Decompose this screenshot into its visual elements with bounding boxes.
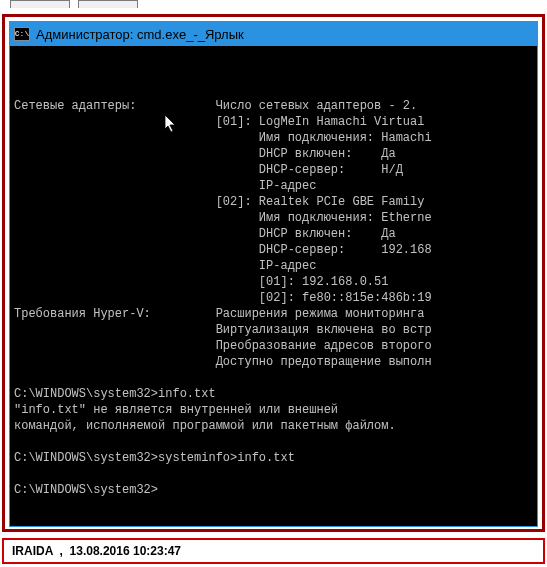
screenshot-frame: C:\ Администратор: cmd.exe_-_Ярлык Сетев… [2, 14, 545, 532]
console-line: Сетевые адаптеры: Число сетевых адаптеро… [14, 98, 537, 114]
console-line: [02]: fe80::815e:486b:19 [14, 290, 537, 306]
console-line: IP-адрес [14, 258, 537, 274]
console-line: Виртуализация включена во встр [14, 322, 537, 338]
console-line: DHCP-сервер: Н/Д [14, 162, 537, 178]
console-line: DHCP-сервер: 192.168 [14, 242, 537, 258]
console-line: DHCP включен: Да [14, 146, 537, 162]
console-line: Имя подключения: Etherne [14, 210, 537, 226]
caption-author: IRAIDA [12, 544, 53, 558]
console-output[interactable]: Сетевые адаптеры: Число сетевых адаптеро… [10, 46, 537, 526]
console-line [14, 466, 537, 482]
caption-time: 10:23:47 [133, 544, 181, 558]
window-title: Администратор: cmd.exe_-_Ярлык [36, 27, 244, 42]
titlebar[interactable]: C:\ Администратор: cmd.exe_-_Ярлык [10, 22, 537, 46]
console-line: C:\WINDOWS\system32>systeminfo>info.txt [14, 450, 537, 466]
cmd-window: C:\ Администратор: cmd.exe_-_Ярлык Сетев… [9, 21, 538, 527]
console-line: командой, исполняемой программой или пак… [14, 418, 537, 434]
console-line: Преобразование адресов второго [14, 338, 537, 354]
caption-date: 13.08.2016 [70, 544, 130, 558]
console-line: IP-адрес [14, 178, 537, 194]
console-line: C:\WINDOWS\system32>info.txt [14, 386, 537, 402]
console-line: C:\WINDOWS\system32> [14, 482, 537, 498]
browser-tabs-hint [0, 0, 547, 10]
console-line [14, 434, 537, 450]
console-line: Имя подключения: Hamachi [14, 130, 537, 146]
caption-sep: , [60, 544, 63, 558]
console-line: [02]: Realtek PCIe GBE Family [14, 194, 537, 210]
caption-bar: IRAIDA , 13.08.2016 10:23:47 [2, 538, 545, 564]
tab-fragment [78, 0, 138, 8]
cmd-icon: C:\ [14, 27, 30, 41]
console-line: Требования Hyper-V: Расширения режима мо… [14, 306, 537, 322]
tab-fragment [10, 0, 70, 8]
console-line: "info.txt" не является внутренней или вн… [14, 402, 537, 418]
console-line: [01]: LogMeIn Hamachi Virtual [14, 114, 537, 130]
console-line: [01]: 192.168.0.51 [14, 274, 537, 290]
console-line [14, 370, 537, 386]
console-line: DHCP включен: Да [14, 226, 537, 242]
console-line: Доступно предотвращение выполн [14, 354, 537, 370]
